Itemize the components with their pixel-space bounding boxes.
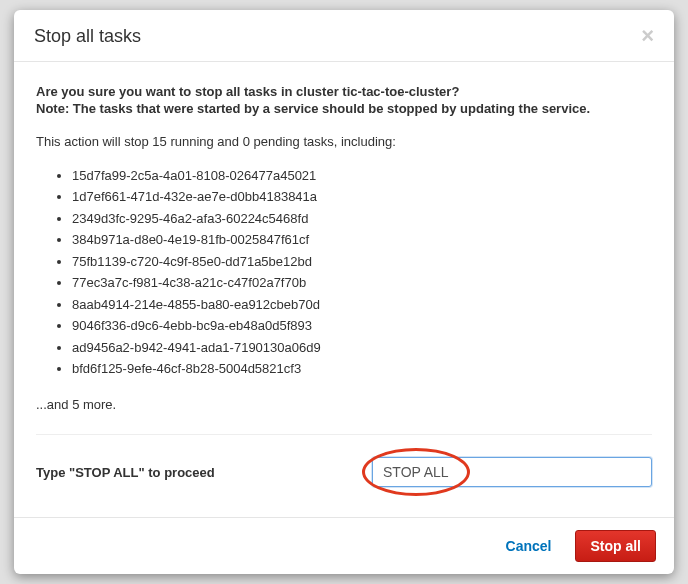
- modal-title: Stop all tasks: [34, 26, 141, 47]
- divider: [36, 434, 652, 435]
- cancel-button[interactable]: Cancel: [492, 530, 566, 562]
- list-item: 2349d3fc-9295-46a2-afa3-60224c5468fd: [72, 208, 652, 229]
- more-tasks-text: ...and 5 more.: [36, 397, 652, 412]
- list-item: 8aab4914-214e-4855-ba80-ea912cbeb70d: [72, 294, 652, 315]
- confirm-row: Type "STOP ALL" to proceed: [36, 453, 652, 497]
- modal-footer: Cancel Stop all: [14, 517, 674, 574]
- note-text: Note: The tasks that were started by a s…: [36, 101, 652, 116]
- confirm-input-wrapper: [372, 457, 652, 487]
- list-item: bfd6f125-9efe-46cf-8b28-5004d5821cf3: [72, 358, 652, 379]
- confirm-input-label: Type "STOP ALL" to proceed: [36, 465, 215, 480]
- action-description-text: This action will stop 15 running and 0 p…: [36, 134, 652, 149]
- list-item: 384b971a-d8e0-4e19-81fb-0025847f61cf: [72, 229, 652, 250]
- stop-all-tasks-modal: Stop all tasks × Are you sure you want t…: [14, 10, 674, 574]
- confirm-question-text: Are you sure you want to stop all tasks …: [36, 84, 652, 99]
- list-item: 75fb1139-c720-4c9f-85e0-dd71a5be12bd: [72, 251, 652, 272]
- confirm-input[interactable]: [372, 457, 652, 487]
- list-item: 77ec3a7c-f981-4c38-a21c-c47f02a7f70b: [72, 272, 652, 293]
- modal-header: Stop all tasks ×: [14, 10, 674, 62]
- modal-body: Are you sure you want to stop all tasks …: [14, 62, 674, 517]
- close-icon[interactable]: ×: [641, 25, 654, 47]
- list-item: 9046f336-d9c6-4ebb-bc9a-eb48a0d5f893: [72, 315, 652, 336]
- list-item: 15d7fa99-2c5a-4a01-8108-026477a45021: [72, 165, 652, 186]
- list-item: ad9456a2-b942-4941-ada1-7190130a06d9: [72, 337, 652, 358]
- task-id-list: 15d7fa99-2c5a-4a01-8108-026477a45021 1d7…: [36, 165, 652, 379]
- stop-all-button[interactable]: Stop all: [575, 530, 656, 562]
- list-item: 1d7ef661-471d-432e-ae7e-d0bb4183841a: [72, 186, 652, 207]
